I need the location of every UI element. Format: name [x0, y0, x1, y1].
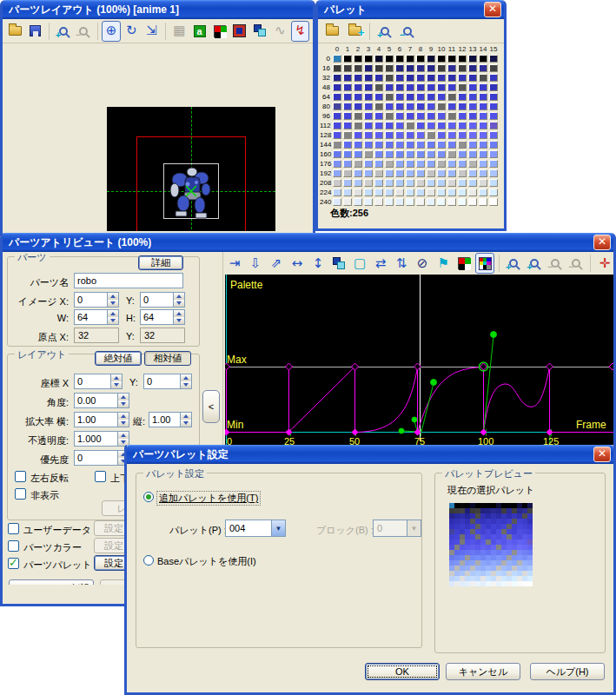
palette-cell[interactable] — [364, 93, 373, 101]
palette-cell[interactable] — [427, 74, 435, 82]
palette-cell[interactable] — [458, 198, 467, 206]
palette-cell[interactable] — [395, 55, 404, 63]
palette-cell[interactable] — [437, 74, 446, 82]
stretch-v-icon[interactable]: ↕ — [308, 253, 328, 274]
palette-cell[interactable] — [437, 64, 446, 72]
palette-cell[interactable] — [364, 169, 373, 177]
use-additional-palette-radio[interactable] — [143, 492, 154, 502]
palette-cell[interactable] — [364, 160, 373, 168]
palette-cell[interactable] — [427, 112, 435, 120]
palette-cell[interactable] — [479, 150, 487, 158]
palette-cell[interactable] — [416, 198, 425, 206]
palette-cell[interactable] — [447, 83, 456, 91]
rotate-tool-icon[interactable]: ↻ — [123, 21, 141, 42]
palette-cell[interactable] — [364, 179, 373, 187]
palette-cell[interactable] — [437, 160, 446, 168]
palette-cell[interactable] — [343, 189, 352, 196]
palette-cell[interactable] — [385, 150, 394, 158]
palette-cell[interactable] — [395, 198, 404, 206]
palette-grid[interactable]: 0123456789101112131415016324864809611212… — [320, 45, 499, 207]
palette-cell[interactable] — [374, 112, 383, 120]
parts-name-input[interactable] — [74, 273, 183, 288]
palette-cell[interactable] — [458, 150, 467, 158]
palette-cell[interactable] — [479, 198, 487, 206]
palette-cell[interactable] — [427, 83, 435, 91]
palette-cell[interactable] — [468, 160, 477, 168]
palette-cell[interactable] — [489, 131, 498, 139]
palette-cell[interactable] — [364, 141, 373, 149]
insert-frame-icon[interactable]: ⇥ — [225, 253, 244, 274]
palette-cell[interactable] — [374, 122, 383, 129]
palette-cell[interactable] — [333, 131, 341, 139]
palette-cell[interactable] — [479, 179, 487, 187]
palette-cell[interactable] — [437, 179, 446, 187]
layout-canvas[interactable] — [107, 107, 275, 231]
palette-cell[interactable] — [406, 189, 414, 196]
palette-cell[interactable] — [354, 93, 362, 101]
palette-cell[interactable] — [385, 103, 394, 110]
flip-h-checkbox[interactable] — [15, 471, 26, 482]
palette-cell[interactable] — [354, 103, 362, 110]
palette-cell[interactable] — [333, 64, 341, 72]
palette-cell[interactable] — [354, 112, 362, 120]
palette-cell[interactable] — [343, 74, 352, 82]
palette-cell[interactable] — [395, 160, 404, 168]
palette-cell[interactable] — [354, 64, 362, 72]
flip-h-icon[interactable]: ⇄ — [371, 253, 390, 274]
palette-cell[interactable] — [437, 55, 446, 63]
palette-cell[interactable] — [458, 141, 467, 149]
palette-cell[interactable] — [395, 141, 404, 149]
palette-cell[interactable] — [468, 55, 477, 63]
palette-cell[interactable] — [364, 131, 373, 139]
palette-cell[interactable] — [385, 198, 394, 206]
palette-cell[interactable] — [468, 122, 477, 129]
relative-button[interactable]: 相対値 — [144, 351, 191, 366]
palette-cell[interactable] — [437, 112, 446, 120]
palette-cell[interactable] — [437, 122, 446, 129]
palette-cell[interactable] — [354, 179, 362, 187]
palette-cell[interactable] — [447, 169, 456, 177]
palette-cell[interactable] — [489, 150, 498, 158]
help-button[interactable]: ヘルプ(H) — [530, 663, 605, 680]
palette-cell[interactable] — [489, 198, 498, 206]
palette-cell[interactable] — [333, 103, 341, 110]
palette-cell[interactable] — [468, 150, 477, 158]
palette-cell[interactable] — [447, 122, 456, 129]
palette-cell[interactable] — [385, 112, 394, 120]
palette-cell[interactable] — [489, 179, 498, 187]
palette-cell[interactable] — [479, 103, 487, 110]
palette-cell[interactable] — [479, 64, 487, 72]
palette-cell[interactable] — [416, 189, 425, 196]
palette-cell[interactable] — [406, 179, 414, 187]
copy-parts-icon[interactable] — [251, 21, 269, 42]
palette-cell[interactable] — [385, 169, 394, 177]
palette-cell[interactable] — [374, 83, 383, 91]
color-check-icon[interactable] — [210, 21, 229, 42]
palette-cell[interactable] — [374, 64, 383, 72]
palette-cell[interactable] — [385, 160, 394, 168]
priority-icon[interactable]: ⊘ — [413, 253, 432, 274]
palette-cell[interactable] — [416, 83, 425, 91]
palette-cell[interactable] — [364, 122, 373, 129]
palette-cell[interactable] — [458, 103, 467, 110]
palette-cell[interactable] — [395, 122, 404, 129]
palette-cell[interactable] — [333, 122, 341, 129]
palette-cell[interactable] — [437, 198, 446, 206]
detail-button[interactable]: 詳細 — [138, 255, 183, 270]
palette-cell[interactable] — [447, 55, 456, 63]
palette-cell[interactable] — [468, 74, 477, 82]
scale-tool-icon[interactable]: ⇲ — [142, 21, 161, 42]
palette-cell[interactable] — [437, 93, 446, 101]
palette-cell[interactable] — [427, 64, 435, 72]
layer-front-icon[interactable] — [329, 253, 348, 274]
palette-cell[interactable] — [416, 55, 425, 63]
user-data-checkbox[interactable] — [8, 523, 19, 534]
palette-cell[interactable] — [374, 74, 383, 82]
palette-cell[interactable] — [385, 55, 394, 63]
dialog-titlebar[interactable]: パーツパレット設定 ✕ — [127, 445, 613, 464]
palette-cell[interactable] — [437, 103, 446, 110]
palette-cell[interactable] — [333, 150, 341, 158]
zoom-in-icon[interactable]: + — [54, 21, 72, 42]
palette-cell[interactable] — [343, 55, 352, 63]
palette-cell[interactable] — [427, 141, 435, 149]
